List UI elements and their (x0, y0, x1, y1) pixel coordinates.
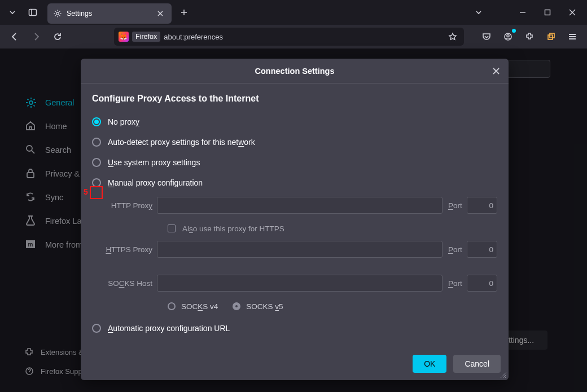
sidebar-toggle-button[interactable] (23, 2, 43, 23)
radio-icon (92, 117, 101, 126)
identity-label: Firefox (132, 32, 160, 42)
close-tab-button[interactable] (155, 8, 166, 19)
https-port-input[interactable]: 0 (467, 241, 497, 258)
https-proxy-label: HTTPS Proxy (106, 245, 152, 254)
dialog-title: Connection Settings (255, 67, 335, 76)
svg-rect-0 (29, 10, 37, 16)
svg-rect-6 (548, 35, 553, 39)
minimize-button[interactable] (510, 2, 535, 23)
forward-button[interactable] (26, 27, 46, 47)
copy-button[interactable] (541, 27, 561, 47)
expand-tabs-button[interactable] (2, 2, 23, 23)
svg-point-2 (56, 12, 59, 15)
http-proxy-input[interactable] (157, 197, 443, 214)
notification-dot (512, 29, 516, 33)
radio-icon (92, 158, 101, 167)
socks-host-input[interactable] (157, 275, 443, 292)
radio-socks-v4[interactable] (168, 302, 176, 310)
annotation-number: 5 (84, 187, 88, 196)
svg-rect-3 (545, 10, 550, 15)
port-label: Port (448, 201, 462, 210)
radio-manual-proxy[interactable]: Manual proxy configuration (92, 173, 497, 193)
radio-use-system[interactable]: Use system proxy settings (92, 152, 497, 173)
socks-host-label: SOCKS Host (106, 279, 152, 288)
svg-point-5 (507, 35, 509, 37)
close-window-button[interactable] (560, 2, 585, 23)
firefox-icon: 🦊 (119, 32, 129, 42)
port-label: Port (448, 245, 462, 254)
account-button[interactable] (498, 27, 518, 47)
socks-port-input[interactable]: 0 (467, 275, 497, 292)
ok-button[interactable]: OK (413, 355, 446, 373)
tab-settings[interactable]: Settings (47, 3, 172, 24)
radio-icon (92, 324, 101, 333)
dialog-close-button[interactable] (489, 64, 503, 78)
pocket-button[interactable] (476, 27, 497, 47)
url-bar[interactable]: 🦊 Firefox about:preferences (114, 28, 464, 46)
http-proxy-label: HTTP Proxy (106, 201, 152, 210)
url-text: about:preferences (164, 33, 443, 41)
resize-grip[interactable] (500, 372, 507, 378)
extensions-button[interactable] (519, 27, 540, 47)
also-https-checkbox[interactable]: Also use this proxy for HTTPS (168, 219, 497, 238)
checkbox-icon (168, 224, 176, 232)
cancel-button[interactable]: Cancel (453, 355, 501, 373)
radio-auto-config-url[interactable]: Automatic proxy configuration URL (92, 318, 497, 338)
radio-icon (92, 138, 101, 147)
dialog-heading: Configure Proxy Access to the Internet (92, 94, 497, 104)
https-proxy-input[interactable] (157, 241, 443, 258)
radio-auto-detect[interactable]: Auto-detect proxy settings for this netw… (92, 132, 497, 152)
reload-button[interactable] (47, 27, 68, 47)
app-menu-button[interactable] (562, 27, 582, 47)
bookmark-star-button[interactable] (446, 30, 459, 43)
port-label: Port (448, 279, 462, 288)
annotation-highlight (90, 186, 103, 199)
http-port-input[interactable]: 0 (467, 197, 497, 214)
radio-no-proxy[interactable]: No proxy (92, 112, 497, 132)
svg-rect-7 (550, 33, 554, 38)
tabs-dropdown-button[interactable] (470, 3, 488, 21)
back-button[interactable] (5, 27, 25, 47)
tab-label: Settings (67, 10, 150, 17)
maximize-button[interactable] (535, 2, 560, 23)
connection-settings-dialog: Connection Settings Configure Proxy Acce… (81, 59, 509, 380)
new-tab-button[interactable] (175, 3, 193, 21)
gear-icon (53, 9, 62, 18)
radio-socks-v5[interactable] (233, 302, 240, 310)
